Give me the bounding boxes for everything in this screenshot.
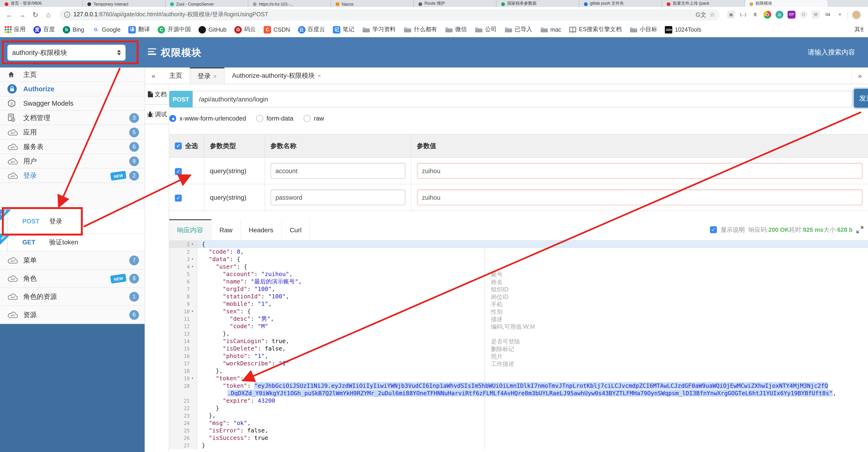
browser-tab[interactable]: 国家税务参数据 xyxy=(497,0,579,7)
scan-extension-icon[interactable]: ▦ xyxy=(727,11,735,19)
browser-tab[interactable]: Route 维护 xyxy=(414,0,497,7)
operation-post-登录[interactable]: NEWPOST登录 xyxy=(0,209,145,234)
bookmark-item[interactable]: C开源中国 xyxy=(158,26,191,33)
close-tab-icon[interactable]: × xyxy=(317,73,321,79)
param-value-input[interactable] xyxy=(417,163,862,179)
more-tabs-icon[interactable]: » xyxy=(851,67,868,84)
bookmark-item[interactable]: 度百度 xyxy=(33,26,55,33)
content-type-raw[interactable]: raw xyxy=(304,115,324,122)
sidebar-item-角色[interactable]: API角色NEW8 xyxy=(0,270,145,288)
bookmark-item[interactable]: 小目标 xyxy=(629,26,657,33)
fold-caret-icon[interactable]: ▾ xyxy=(190,308,195,315)
fold-caret-icon[interactable]: ▾ xyxy=(190,375,195,382)
bookmark-item[interactable]: 应用 xyxy=(5,26,26,33)
bookmark-item[interactable]: CCSDN xyxy=(264,26,290,33)
browser-tab[interactable]: Temporary Interact xyxy=(83,0,165,7)
sidebar-item-服务表[interactable]: API服务表6 xyxy=(0,140,145,154)
bookmark-item[interactable]: 微信 xyxy=(445,26,467,33)
menu-hamburger-icon[interactable] xyxy=(148,49,156,56)
param-name-input[interactable] xyxy=(270,163,405,179)
browser-tab[interactable]: gitlab push 文件夹 xyxy=(579,0,662,7)
globe-extension-icon[interactable]: ◍ xyxy=(775,11,783,19)
bookmark-item[interactable]: GGoogle xyxy=(92,26,121,33)
bookmark-item[interactable]: 已导入 xyxy=(504,26,532,33)
browser-tab[interactable]: 权限模块 xyxy=(745,0,828,7)
bookmark-item[interactable]: 译翻译 xyxy=(129,26,150,33)
side-tab-文档[interactable]: 文档 xyxy=(145,84,169,104)
translate-icon[interactable]: G文 xyxy=(695,10,706,19)
radio-icon[interactable] xyxy=(256,115,264,122)
request-path-input[interactable] xyxy=(192,91,852,108)
gitzip-extension-icon[interactable]: Git xyxy=(824,11,832,19)
select-all-checkbox[interactable]: ✓ xyxy=(175,142,182,149)
sidebar-item-主页[interactable]: 主页 xyxy=(0,67,145,82)
browser-tab[interactable]: 批量文件上传 (pack xyxy=(662,0,745,7)
browser-tab[interactable]: Nacos xyxy=(331,0,414,7)
rp-extension-icon[interactable]: RP xyxy=(787,11,796,19)
browser-tab[interactable]: https://s-hz-101-... xyxy=(248,0,331,7)
sidebar-item-Authorize[interactable]: Authorize xyxy=(0,82,145,96)
bookmark-item[interactable]: 公司 xyxy=(475,26,497,33)
content-type-form-data[interactable]: form-data xyxy=(256,115,293,122)
param-name-input[interactable] xyxy=(270,190,405,205)
braces-extension-icon[interactable]: {…} xyxy=(739,11,747,19)
response-json-editor[interactable]: 1▾{2"code": 0,3▾"data": {4▾"user": {5"ac… xyxy=(169,241,868,450)
forward-icon[interactable]: → xyxy=(17,9,28,20)
row-checkbox[interactable]: ✓ xyxy=(175,168,182,175)
show-desc-checkbox[interactable]: ✓ xyxy=(710,226,717,233)
arrow-m-extension-icon[interactable]: M xyxy=(812,11,820,19)
fold-caret-icon[interactable]: ▾ xyxy=(190,241,195,248)
fullscreen-icon[interactable] xyxy=(857,226,863,233)
side-tab-调试[interactable]: 调试 xyxy=(145,104,169,124)
reload-icon[interactable]: ↻ xyxy=(30,9,41,20)
send-button[interactable]: 发送 xyxy=(854,89,868,108)
back-icon[interactable]: ← xyxy=(4,9,15,20)
radio-icon[interactable] xyxy=(304,115,311,122)
operation-get-验证token[interactable]: NEWGET验证token xyxy=(0,234,145,251)
response-tab-Headers[interactable]: Headers xyxy=(241,219,282,240)
workspace-tab-登录[interactable]: 登录× xyxy=(190,67,224,84)
bookmark-item[interactable]: ES搜索引擎文档 xyxy=(569,26,622,33)
address-bar[interactable]: i 127.0.0.1:8760/api/gate/doc.html#/auth… xyxy=(60,9,720,20)
bookmarks-overflow-folder[interactable]: 其他书签 xyxy=(852,26,863,33)
browser-tab[interactable]: Zuul - CompoServer xyxy=(165,0,248,7)
sidebar-item-资源[interactable]: API资源6 xyxy=(0,306,145,324)
asterisk-extension-icon[interactable]: ✳ xyxy=(836,11,844,19)
radio-icon[interactable] xyxy=(169,115,176,122)
bookmark-item[interactable]: 记笔记 xyxy=(333,26,354,33)
sidebar-item-菜单[interactable]: API菜单7 xyxy=(0,251,145,270)
translate-en-extension-icon[interactable]: 英 xyxy=(751,11,759,19)
bookmark-item[interactable]: mac xyxy=(540,26,561,33)
collapse-tabs-icon[interactable]: « xyxy=(145,67,162,84)
sidebar-item-角色的资源[interactable]: API角色的资源1 xyxy=(0,288,145,306)
param-value-input[interactable] xyxy=(417,190,862,205)
workspace-tab-Authorize-authority-权限模块[interactable]: Authorize-authority-权限模块× xyxy=(224,67,328,84)
home-icon[interactable]: ⌂ xyxy=(43,9,54,20)
fold-caret-icon[interactable]: ▾ xyxy=(190,256,195,263)
ring-extension-icon[interactable]: O xyxy=(800,11,808,19)
bookmark-item[interactable]: bBing xyxy=(63,26,84,33)
bookmark-item[interactable]: 学习资料 xyxy=(362,26,396,33)
bookmark-item[interactable]: G码云 xyxy=(235,26,256,33)
profile-avatar[interactable] xyxy=(852,10,861,19)
bookmark-star-icon[interactable]: ☆ xyxy=(710,11,715,18)
row-checkbox[interactable]: ✓ xyxy=(175,194,182,201)
response-tab-Raw[interactable]: Raw xyxy=(212,219,241,240)
response-tab-响应内容[interactable]: 响应内容 xyxy=(169,219,212,240)
close-tab-icon[interactable]: × xyxy=(213,73,217,79)
workspace-tab-主页[interactable]: 主页 xyxy=(162,67,190,84)
module-select[interactable]: authority-权限模块 xyxy=(7,45,126,60)
bookmark-item[interactable]: 10241024Tools xyxy=(665,26,701,33)
sidebar-item-用户[interactable]: API用户9 xyxy=(0,154,145,169)
search-input[interactable]: 请输入搜索内容 xyxy=(808,48,855,57)
browser-tab[interactable]: 首页 - 登录/9806 xyxy=(0,0,83,7)
sidebar-item-登录[interactable]: API登录NEW2 xyxy=(0,169,145,183)
fold-caret-icon[interactable]: ▾ xyxy=(190,263,195,271)
sidebar-item-文档管理[interactable]: 文档管理3 xyxy=(0,111,145,125)
bookmark-item[interactable]: GitHub xyxy=(199,26,227,33)
chrome-extension-icon[interactable] xyxy=(764,11,771,19)
bookmark-item[interactable]: 云百度云 xyxy=(298,26,325,33)
content-type-x-www-form-urlencoded[interactable]: x-www-form-urlencoded xyxy=(169,115,246,122)
response-tab-Curl[interactable]: Curl xyxy=(282,219,310,240)
page-info-icon[interactable]: i xyxy=(64,12,70,18)
